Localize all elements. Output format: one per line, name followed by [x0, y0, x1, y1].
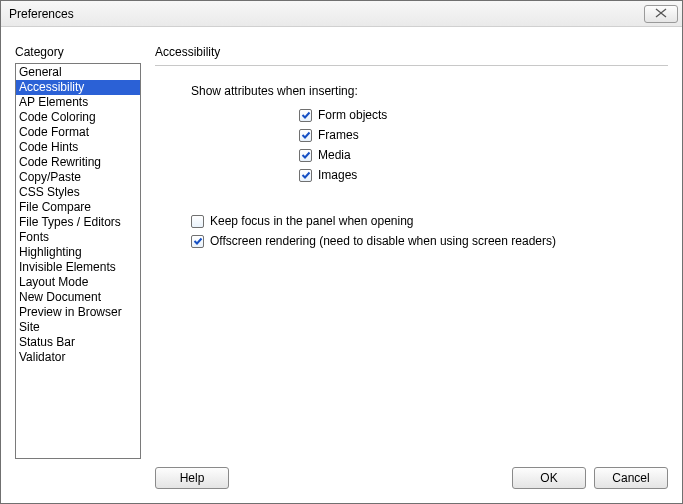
category-label: Category: [15, 45, 141, 59]
category-item[interactable]: Accessibility: [16, 80, 140, 95]
category-item[interactable]: Status Bar: [16, 335, 140, 350]
offscreen-label: Offscreen rendering (need to disable whe…: [210, 234, 556, 248]
category-listbox[interactable]: GeneralAccessibilityAP ElementsCode Colo…: [15, 63, 141, 459]
offscreen-checkbox[interactable]: [191, 235, 204, 248]
window-title: Preferences: [9, 7, 644, 21]
insert-check-row: Frames: [299, 128, 668, 142]
titlebar: Preferences: [1, 1, 682, 27]
preferences-window: Preferences Category GeneralAccessibilit…: [0, 0, 683, 504]
category-item[interactable]: New Document: [16, 290, 140, 305]
footer: Help OK Cancel: [15, 459, 668, 493]
help-button[interactable]: Help: [155, 467, 229, 489]
insert-checkbox[interactable]: [299, 149, 312, 162]
insert-check-label: Frames: [318, 128, 359, 142]
insert-section-heading: Show attributes when inserting:: [191, 84, 668, 98]
category-item[interactable]: Code Coloring: [16, 110, 140, 125]
category-item[interactable]: Invisible Elements: [16, 260, 140, 275]
offscreen-row: Offscreen rendering (need to disable whe…: [191, 234, 668, 248]
keep-focus-row: Keep focus in the panel when opening: [191, 214, 668, 228]
insert-check-row: Images: [299, 168, 668, 182]
insert-check-row: Form objects: [299, 108, 668, 122]
category-item[interactable]: Code Hints: [16, 140, 140, 155]
keep-focus-checkbox[interactable]: [191, 215, 204, 228]
insert-check-row: Media: [299, 148, 668, 162]
category-item[interactable]: Fonts: [16, 230, 140, 245]
insert-check-label: Media: [318, 148, 351, 162]
cancel-button-label: Cancel: [612, 471, 649, 485]
insert-checkbox[interactable]: [299, 109, 312, 122]
category-item[interactable]: File Types / Editors: [16, 215, 140, 230]
category-item[interactable]: General: [16, 65, 140, 80]
cancel-button[interactable]: Cancel: [594, 467, 668, 489]
category-item[interactable]: Code Rewriting: [16, 155, 140, 170]
category-item[interactable]: File Compare: [16, 200, 140, 215]
ok-button[interactable]: OK: [512, 467, 586, 489]
close-button[interactable]: [644, 5, 678, 23]
panel-title: Accessibility: [155, 45, 668, 59]
insert-checkbox[interactable]: [299, 129, 312, 142]
category-item[interactable]: Site: [16, 320, 140, 335]
insert-section: Show attributes when inserting: Form obj…: [191, 84, 668, 254]
category-item[interactable]: Copy/Paste: [16, 170, 140, 185]
category-column: Category GeneralAccessibilityAP Elements…: [15, 45, 141, 459]
insert-check-label: Images: [318, 168, 357, 182]
category-item[interactable]: Highlighting: [16, 245, 140, 260]
close-icon: [655, 7, 667, 21]
ok-button-label: OK: [540, 471, 557, 485]
category-item[interactable]: Code Format: [16, 125, 140, 140]
category-item[interactable]: CSS Styles: [16, 185, 140, 200]
dialog-body: Category GeneralAccessibilityAP Elements…: [1, 27, 682, 503]
category-item[interactable]: AP Elements: [16, 95, 140, 110]
columns: Category GeneralAccessibilityAP Elements…: [15, 45, 668, 459]
category-item[interactable]: Validator: [16, 350, 140, 365]
help-button-label: Help: [180, 471, 205, 485]
category-item[interactable]: Layout Mode: [16, 275, 140, 290]
panel-divider: [155, 65, 668, 66]
insert-checkbox[interactable]: [299, 169, 312, 182]
keep-focus-label: Keep focus in the panel when opening: [210, 214, 414, 228]
insert-check-label: Form objects: [318, 108, 387, 122]
insert-checks: Form objectsFramesMediaImages: [299, 108, 668, 182]
category-item[interactable]: Preview in Browser: [16, 305, 140, 320]
panel-column: Accessibility Show attributes when inser…: [155, 45, 668, 459]
